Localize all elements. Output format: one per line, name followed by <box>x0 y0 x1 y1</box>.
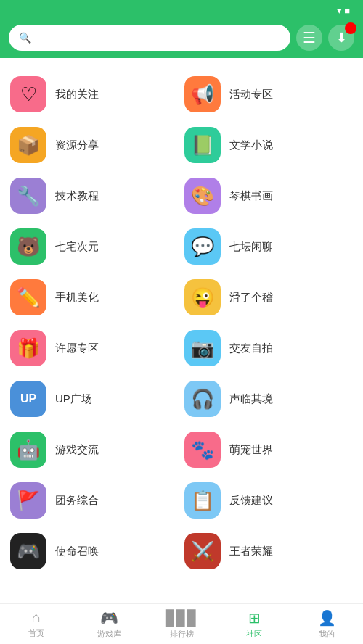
community-row: 🔧技术教程🎨琴棋书画 <box>7 171 356 220</box>
community-name: 许愿专区 <box>55 342 99 355</box>
community-item[interactable]: 🎧声临其境 <box>182 374 356 424</box>
community-item[interactable]: 💬七坛闲聊 <box>182 222 356 271</box>
community-item[interactable]: 🐻七宅次元 <box>7 222 182 271</box>
community-name: 琴棋书画 <box>229 189 273 203</box>
nav-label-community: 社区 <box>246 629 262 640</box>
nav-item-games[interactable]: 🎮游戏库 <box>73 604 145 644</box>
community-name: 萌宠世界 <box>229 443 273 457</box>
community-name: 技术教程 <box>55 189 99 203</box>
wifi-icon: ▾ ■ <box>337 5 350 16</box>
community-item[interactable]: ⚔️王者荣耀 <box>182 527 356 576</box>
message-icon: ☰ <box>303 29 316 46</box>
bottom-nav: ⌂首页🎮游戏库▊▊▊排行榜⊞社区👤我的 <box>0 603 363 644</box>
community-name: UP广场 <box>55 392 92 406</box>
search-icon: 🔍 <box>19 32 31 44</box>
nav-label-profile: 我的 <box>319 629 335 640</box>
community-item[interactable]: 📋反馈建议 <box>182 476 356 525</box>
community-icon: 🐾 <box>184 432 221 468</box>
community-item[interactable]: 🔧技术教程 <box>7 171 182 220</box>
community-item[interactable]: ♡我的关注 <box>7 70 182 119</box>
community-row: 🐻七宅次元💬七坛闲聊 <box>7 222 356 271</box>
message-button[interactable]: ☰ <box>296 25 322 51</box>
community-icon: 📦 <box>10 127 46 163</box>
community-item[interactable]: 🎮使命召唤 <box>7 527 182 576</box>
community-icon: 📢 <box>184 76 221 112</box>
community-item[interactable]: ✏️手机美化 <box>7 273 182 322</box>
section-title <box>0 58 363 70</box>
community-icon: 🎁 <box>10 330 46 366</box>
header: 🔍 ☰ ⬇ <box>0 20 363 58</box>
community-row: 🎮使命召唤⚔️王者荣耀 <box>7 527 356 576</box>
community-item[interactable]: 🎨琴棋书画 <box>182 171 356 220</box>
community-name: 滑了个稽 <box>229 291 273 305</box>
nav-icon-rank: ▊▊▊ <box>166 609 198 627</box>
community-icon: 💬 <box>184 228 221 265</box>
community-row: ✏️手机美化😜滑了个稽 <box>7 273 356 322</box>
nav-item-rank[interactable]: ▊▊▊排行榜 <box>145 604 218 644</box>
community-name: 资源分享 <box>55 139 99 152</box>
download-icon: ⬇ <box>336 30 347 46</box>
community-name: 七宅次元 <box>55 240 99 254</box>
community-item[interactable]: 📷交友自拍 <box>182 323 356 373</box>
community-item[interactable]: 📗文学小说 <box>182 120 356 170</box>
community-item[interactable]: 📢活动专区 <box>182 70 356 119</box>
community-icon: 🔧 <box>10 178 46 214</box>
community-icon: 🤖 <box>10 432 46 468</box>
community-item[interactable]: 😜滑了个稽 <box>182 273 356 322</box>
community-row: 📦资源分享📗文学小说 <box>7 120 356 170</box>
community-name: 团务综合 <box>55 494 99 508</box>
community-icon: 📗 <box>184 127 221 163</box>
community-item[interactable]: 🐾萌宠世界 <box>182 425 356 474</box>
community-name: 反馈建议 <box>229 494 273 508</box>
nav-label-games: 游戏库 <box>97 629 121 640</box>
community-item[interactable]: 🎁许愿专区 <box>7 323 182 373</box>
search-bar[interactable]: 🔍 <box>9 25 290 51</box>
download-button[interactable]: ⬇ <box>328 25 354 51</box>
community-name: 七坛闲聊 <box>229 240 273 254</box>
community-row: ♡我的关注📢活动专区 <box>7 70 356 119</box>
community-icon: 🐻 <box>10 228 46 265</box>
community-name: 活动专区 <box>229 88 273 102</box>
community-item[interactable]: 🤖游戏交流 <box>7 425 182 474</box>
community-name: 交友自拍 <box>229 342 273 355</box>
download-badge <box>345 22 356 34</box>
community-icon: ✏️ <box>10 279 46 315</box>
community-name: 我的关注 <box>55 88 99 102</box>
community-row: 🎁许愿专区📷交友自拍 <box>7 323 356 373</box>
nav-label-home: 首页 <box>28 628 44 639</box>
community-row: 🤖游戏交流🐾萌宠世界 <box>7 425 356 474</box>
community-row: UPUP广场🎧声临其境 <box>7 374 356 424</box>
community-item[interactable]: 📦资源分享 <box>7 120 182 170</box>
community-name: 文学小说 <box>229 139 273 152</box>
community-icon: 🚩 <box>10 482 46 519</box>
nav-label-rank: 排行榜 <box>170 629 194 640</box>
community-name: 声临其境 <box>229 392 273 406</box>
community-name: 游戏交流 <box>55 443 99 457</box>
community-name: 王者荣耀 <box>229 545 273 558</box>
community-icon: 📋 <box>184 482 221 519</box>
community-row: 🚩团务综合📋反馈建议 <box>7 476 356 525</box>
community-icon: 📷 <box>184 330 221 366</box>
community-icon: 🎨 <box>184 178 221 214</box>
community-icon: UP <box>10 381 46 417</box>
community-name: 手机美化 <box>55 291 99 305</box>
nav-icon-home: ⌂ <box>32 609 41 626</box>
nav-icon-profile: 👤 <box>318 609 336 627</box>
community-icon: ⚔️ <box>184 533 221 569</box>
community-name: 使命召唤 <box>55 545 99 558</box>
community-item[interactable]: 🚩团务综合 <box>7 476 182 525</box>
community-item[interactable]: UPUP广场 <box>7 374 182 424</box>
community-icon: 🎮 <box>10 533 46 569</box>
nav-item-home[interactable]: ⌂首页 <box>0 604 73 644</box>
community-icon: ♡ <box>10 76 46 112</box>
community-icon: 🎧 <box>184 381 221 417</box>
community-list: ♡我的关注📢活动专区📦资源分享📗文学小说🔧技术教程🎨琴棋书画🐻七宅次元💬七坛闲聊… <box>0 70 363 589</box>
community-icon: 😜 <box>184 279 221 315</box>
nav-item-community[interactable]: ⊞社区 <box>218 604 290 644</box>
status-bar: ▾ ■ <box>0 0 363 20</box>
nav-item-profile[interactable]: 👤我的 <box>290 604 363 644</box>
nav-icon-community: ⊞ <box>248 609 261 627</box>
header-icons: ☰ ⬇ <box>296 25 354 51</box>
nav-icon-games: 🎮 <box>100 609 118 627</box>
